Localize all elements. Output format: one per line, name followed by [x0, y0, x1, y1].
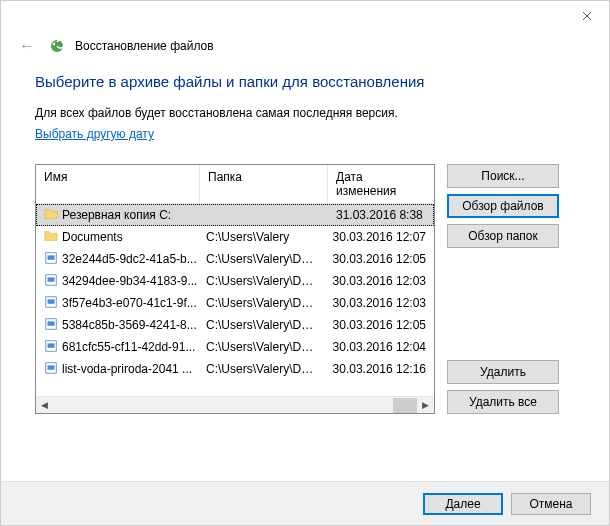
- folder-icon: [44, 229, 58, 246]
- svg-rect-4: [48, 277, 55, 281]
- table-row[interactable]: 32e244d5-9dc2-41a5-b...C:\Users\Valery\D…: [36, 248, 434, 270]
- cell-date: 30.03.2016 12:05: [325, 252, 434, 266]
- col-header-modified[interactable]: Дата изменения: [328, 165, 434, 203]
- file-icon: [44, 339, 58, 356]
- cell-name: 5384c85b-3569-4241-8...: [36, 317, 198, 334]
- cell-date: 30.03.2016 12:04: [325, 340, 434, 354]
- row-name: 5384c85b-3569-4241-8...: [62, 318, 197, 332]
- spacer: [447, 254, 559, 354]
- cell-date: 30.03.2016 12:07: [325, 230, 434, 244]
- page-heading: Выберите в архиве файлы и папки для восс…: [35, 73, 575, 90]
- folder-icon: [44, 207, 58, 224]
- row-name: 3f57e4b3-e070-41c1-9f...: [62, 296, 197, 310]
- change-date-link[interactable]: Выбрать другую дату: [35, 127, 154, 141]
- table-row[interactable]: Резервная копия C:31.03.2016 8:38: [36, 204, 434, 226]
- cell-folder: C:\Users\Valery\Docu...: [198, 274, 325, 288]
- header: ← Восстановление файлов: [1, 31, 609, 67]
- row-name: list-voda-priroda-2041 ...: [62, 362, 192, 376]
- delete-all-button[interactable]: Удалить все: [447, 390, 559, 414]
- scroll-thumb[interactable]: [393, 398, 417, 413]
- cell-date: 30.03.2016 12:03: [325, 274, 434, 288]
- delete-button[interactable]: Удалить: [447, 360, 559, 384]
- footer: Далее Отмена: [1, 481, 609, 525]
- row-name: 681cfc55-cf11-42dd-91...: [62, 340, 195, 354]
- table-row[interactable]: 681cfc55-cf11-42dd-91...C:\Users\Valery\…: [36, 336, 434, 358]
- cell-date: 31.03.2016 8:38: [328, 208, 434, 222]
- table-row[interactable]: 34294dee-9b34-4183-9...C:\Users\Valery\D…: [36, 270, 434, 292]
- col-header-name[interactable]: Имя: [36, 165, 200, 203]
- svg-rect-10: [48, 343, 55, 347]
- file-icon: [44, 317, 58, 334]
- file-list: Имя Папка Дата изменения Резервная копия…: [35, 164, 435, 414]
- cell-date: 30.03.2016 12:05: [325, 318, 434, 332]
- col-header-folder[interactable]: Папка: [200, 165, 328, 203]
- cell-folder: C:\Users\Valery: [198, 230, 325, 244]
- svg-rect-8: [48, 321, 55, 325]
- scroll-right-icon[interactable]: ▶: [417, 397, 434, 414]
- row-name: Documents: [62, 230, 123, 244]
- cell-name: 34294dee-9b34-4183-9...: [36, 273, 198, 290]
- window-title: Восстановление файлов: [75, 39, 214, 53]
- page-description: Для всех файлов будет восстановлена сама…: [35, 106, 575, 120]
- cell-name: 32e244d5-9dc2-41a5-b...: [36, 251, 198, 268]
- restore-icon: [49, 38, 65, 54]
- titlebar: [1, 1, 609, 31]
- cell-name: Резервная копия C:: [36, 207, 200, 224]
- cell-folder: C:\Users\Valery\Docu...: [198, 252, 325, 266]
- file-icon: [44, 295, 58, 312]
- cell-date: 30.03.2016 12:16: [325, 362, 434, 376]
- close-button[interactable]: [564, 1, 609, 31]
- cell-date: 30.03.2016 12:03: [325, 296, 434, 310]
- row-name: 32e244d5-9dc2-41a5-b...: [62, 252, 197, 266]
- cell-folder: C:\Users\Valery\Docu...: [198, 296, 325, 310]
- cell-name: 681cfc55-cf11-42dd-91...: [36, 339, 198, 356]
- cell-folder: C:\Users\Valery\Docu...: [198, 318, 325, 332]
- list-header: Имя Папка Дата изменения: [36, 165, 434, 204]
- file-icon: [44, 361, 58, 378]
- row-name: Резервная копия C:: [62, 208, 171, 222]
- search-button[interactable]: Поиск...: [447, 164, 559, 188]
- table-row[interactable]: 5384c85b-3569-4241-8...C:\Users\Valery\D…: [36, 314, 434, 336]
- content: Выберите в архиве файлы и папки для восс…: [1, 67, 609, 414]
- svg-rect-2: [48, 255, 55, 259]
- body-row: Имя Папка Дата изменения Резервная копия…: [35, 164, 575, 414]
- table-row[interactable]: 3f57e4b3-e070-41c1-9f...C:\Users\Valery\…: [36, 292, 434, 314]
- cell-folder: C:\Users\Valery\Docu...: [198, 340, 325, 354]
- cell-name: 3f57e4b3-e070-41c1-9f...: [36, 295, 198, 312]
- cell-name: list-voda-priroda-2041 ...: [36, 361, 198, 378]
- file-icon: [44, 273, 58, 290]
- svg-rect-6: [48, 299, 55, 303]
- row-name: 34294dee-9b34-4183-9...: [62, 274, 197, 288]
- horizontal-scrollbar[interactable]: ◀ ▶: [36, 396, 434, 413]
- browse-folders-button[interactable]: Обзор папок: [447, 224, 559, 248]
- cell-folder: C:\Users\Valery\Docu...: [198, 362, 325, 376]
- file-icon: [44, 251, 58, 268]
- table-row[interactable]: list-voda-priroda-2041 ...C:\Users\Valer…: [36, 358, 434, 380]
- svg-rect-12: [48, 365, 55, 369]
- cell-name: Documents: [36, 229, 198, 246]
- scroll-left-icon[interactable]: ◀: [36, 397, 53, 414]
- list-body[interactable]: Резервная копия C:31.03.2016 8:38Documen…: [36, 204, 434, 396]
- browse-files-button[interactable]: Обзор файлов: [447, 194, 559, 218]
- scroll-track[interactable]: [53, 397, 417, 414]
- back-arrow-icon[interactable]: ←: [15, 35, 39, 57]
- next-button[interactable]: Далее: [423, 493, 503, 515]
- side-buttons: Поиск... Обзор файлов Обзор папок Удалит…: [447, 164, 559, 414]
- close-icon: [582, 11, 592, 21]
- cancel-button[interactable]: Отмена: [511, 493, 591, 515]
- table-row[interactable]: DocumentsC:\Users\Valery30.03.2016 12:07: [36, 226, 434, 248]
